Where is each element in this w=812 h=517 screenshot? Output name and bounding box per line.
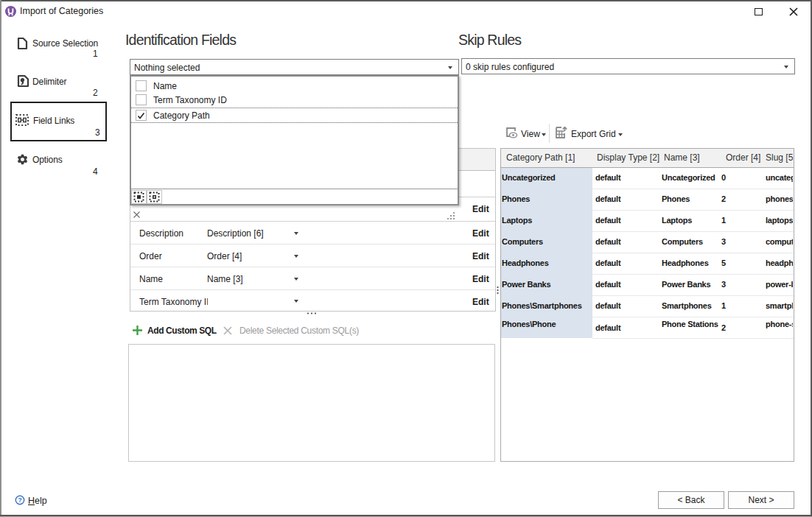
svg-text:?: ? xyxy=(18,496,21,504)
